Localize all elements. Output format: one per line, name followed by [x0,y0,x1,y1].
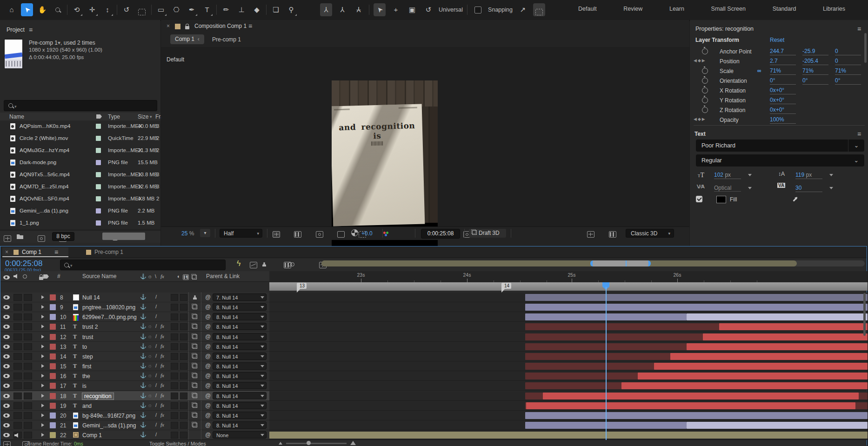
threed-cell[interactable] [188,342,201,351]
scrollbar[interactable] [863,293,866,336]
pickwhip-icon[interactable]: @ [205,373,211,379]
switch-well[interactable] [13,422,22,429]
layer-track[interactable] [269,293,868,302]
layer-duration-bar[interactable] [687,343,868,350]
eye-icon[interactable] [3,345,10,349]
property-value[interactable]: -25.9 [802,48,828,55]
viewer-canvas[interactable]: Default and recognition is [161,47,689,226]
pickwhip-icon[interactable]: @ [205,422,211,428]
switch-well[interactable] [24,333,32,340]
label-color-chip[interactable] [96,148,101,153]
switch-well[interactable] [180,412,187,419]
transparency-grid-icon[interactable] [294,231,301,238]
switch-well[interactable] [180,373,187,379]
pickwhip-icon[interactable]: @ [205,294,211,300]
layer-label-color[interactable] [50,324,56,330]
layer-name[interactable]: the [82,373,90,379]
parent-dropdown[interactable]: 8. Null 14 [213,362,267,370]
fx-switch-icon[interactable]: fx [160,393,164,398]
eye-icon[interactable] [3,354,10,359]
switch-well[interactable] [180,343,187,350]
tracking-chevron-icon[interactable] [829,187,833,191]
property-value[interactable]: 0x+0° [770,107,796,114]
flowchart-icon[interactable] [250,262,257,268]
eye-icon[interactable] [3,295,10,300]
switch-well[interactable] [171,422,178,429]
property-value[interactable]: 0° [802,77,828,85]
slash-switch-icon[interactable]: / [155,373,157,378]
workspace-tab-review[interactable]: Review [623,6,642,12]
stopwatch-icon[interactable] [702,48,708,54]
resolution-dropdown[interactable]: Half▾ [220,229,262,238]
layer-track[interactable] [269,381,868,391]
layer-track[interactable] [269,322,868,332]
slash-switch-icon[interactable]: / [155,353,157,359]
threed-cell[interactable] [188,312,201,321]
slash-switch-icon[interactable]: / [155,333,157,339]
layer-label-color[interactable] [50,334,56,340]
layer-duration-bar[interactable] [525,412,868,419]
bend-joint-icon[interactable]: ⅄ [353,3,365,16]
leading-chevron-icon[interactable] [829,174,833,178]
reset-link[interactable]: Reset [770,37,784,43]
switch-well[interactable] [180,333,187,340]
adjustment-column-icon[interactable]: ◑ [185,273,188,279]
eye-icon[interactable] [3,315,10,319]
twirl-icon[interactable] [41,295,44,299]
panel-menu-icon[interactable]: ≡ [54,248,58,256]
layer-track[interactable] [269,430,868,440]
shy-switch-icon[interactable]: ⚓ [140,294,147,300]
layer-label-color[interactable] [50,314,56,320]
threed-cell[interactable] [188,420,201,430]
hand-tool[interactable]: ✋ [36,3,48,16]
pickwhip-icon[interactable]: @ [205,313,211,320]
slash-switch-icon[interactable]: / [155,304,157,309]
layer-label-color[interactable] [50,383,56,389]
layer-label-color[interactable] [50,393,56,399]
threed-cell[interactable] [188,361,201,371]
threed-cell[interactable] [188,381,201,390]
fx-switch-icon[interactable]: fx [160,373,164,378]
threed-cell[interactable] [188,322,201,331]
draft-3d-button[interactable]: Draft 3D [469,229,506,238]
parent-dropdown[interactable]: None [213,431,267,439]
grid-options-icon[interactable] [273,231,280,238]
switch-well[interactable] [13,313,22,320]
fx-switch-icon[interactable]: fx [160,343,164,349]
eye-icon[interactable] [3,305,10,309]
text-section-menu-icon[interactable]: ≡ [857,130,861,138]
thumbnail-scrubber[interactable] [102,233,145,240]
label-color-chip[interactable] [96,124,101,129]
layer-name[interactable]: 6299ee7...00.png.png [82,314,137,320]
label-column-icon[interactable] [43,274,49,279]
property-value[interactable]: -205.4 [802,58,828,65]
keyframe-nav-icons[interactable]: ◀◆▶ [694,58,706,63]
project-file-row[interactable]: Circle 2 (White).movQuickTime22.9 MB2 [0,133,160,145]
mask-visibility-icon[interactable] [316,231,323,238]
threed-cell[interactable] [188,293,201,302]
switch-well[interactable] [171,373,178,379]
pickwhip-icon[interactable]: @ [205,363,211,369]
label-color-chip[interactable] [96,136,101,141]
zoom-slider-thumb[interactable] [307,441,311,445]
sun-switch-icon[interactable]: ☼ [147,363,152,368]
switch-well[interactable] [13,294,22,301]
layer-duration-bar[interactable] [687,313,868,320]
slash-switch-icon[interactable]: / [155,363,157,368]
workspace-tab-standard[interactable]: Standard [773,6,796,12]
switch-well[interactable] [24,304,32,311]
switch-well[interactable] [180,432,187,439]
timeline-tab-comp-1[interactable]: ×Comp 1≡ [2,247,68,257]
property-value[interactable]: 0 [835,48,861,55]
slash-switch-icon[interactable]: / [155,323,157,329]
layer-duration-bar[interactable] [525,304,868,311]
layer-label-color[interactable] [50,403,56,409]
comp-marker[interactable]: 13 [297,283,307,289]
shy-switch-icon[interactable]: ⚓ [140,382,147,388]
layer-duration-bar[interactable] [525,294,868,301]
layer-row[interactable]: 106299ee7...00.png.png⚓/@8. Null 14 [0,312,269,322]
orbit-camera-tool[interactable]: ⟲ [71,3,83,16]
layer-label-color[interactable] [50,432,56,438]
threed-cell[interactable] [188,430,201,439]
fx-switch-icon[interactable]: fx [160,422,164,427]
